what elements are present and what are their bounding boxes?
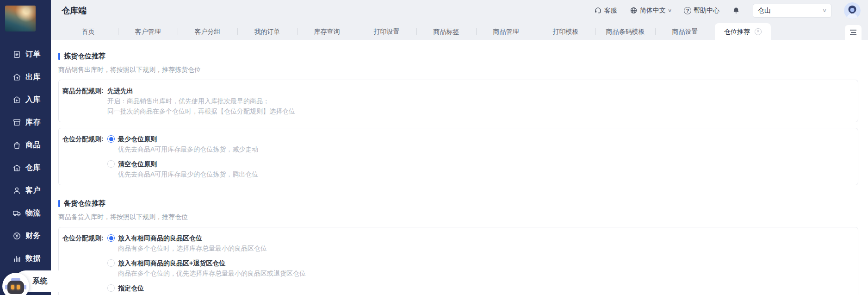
close-tab-icon[interactable]: × xyxy=(755,28,762,35)
section-accent-bar xyxy=(58,200,60,207)
tab-inventory-query[interactable]: 库存查询 xyxy=(297,23,357,40)
radio-empty-slot-principle[interactable] xyxy=(107,160,115,168)
sidebar-item-products[interactable]: 商品 xyxy=(0,134,51,157)
product-allocation-rule-card: 商品分配规则: 先进先出 开启：商品销售出库时，优先使用入库批次最早的商品； 同… xyxy=(58,80,858,122)
slot-allocation-rule-label: 仓位分配规则: xyxy=(62,134,107,144)
radio-min-slot-principle[interactable] xyxy=(107,135,115,143)
tab-product-settings[interactable]: 商品设置 xyxy=(655,23,715,40)
radio-same-product-good-zone[interactable] xyxy=(107,234,115,242)
warehouse-select[interactable]: 仓山 ∨ xyxy=(753,4,831,18)
help-icon: ? xyxy=(684,7,691,14)
chevron-down-icon: ∨ xyxy=(668,8,672,13)
stocking-section-subtitle: 商品备货入库时，将按照以下规则，推荐仓位 xyxy=(58,213,858,221)
robot-eye xyxy=(11,285,14,289)
headset-icon xyxy=(594,6,602,14)
robot-face-icon xyxy=(7,281,24,294)
product-allocation-rule-desc-2: 同一批次的商品在多个仓位时，再根据【仓位分配规则】选择仓位 xyxy=(107,106,295,116)
sidebar-item-logistics[interactable]: 物流 xyxy=(0,202,51,225)
option-good-plus-return-zone: 放入有相同商品的良品区+退货区仓位 商品在多个仓位的，优先选择库存总量最小的良品… xyxy=(107,258,306,278)
customer-icon xyxy=(12,186,21,195)
stocking-slot-rule-options: 放入有相同商品的良品区仓位 商品有多个仓位时，选择库存总量最小的良品区仓位 放入… xyxy=(107,233,306,293)
tab-product-management[interactable]: 商品管理 xyxy=(476,23,536,40)
sidebar-item-finance[interactable]: 财务 xyxy=(0,225,51,247)
sidebar-item-data[interactable]: 数据 xyxy=(0,247,51,270)
sidebar-item-label: 数据 xyxy=(25,254,41,264)
outbound-icon xyxy=(12,73,21,82)
sidebar: 订单 出库 入库 库存 商品 仓库 xyxy=(0,0,51,295)
radio-designated-slot[interactable] xyxy=(107,284,115,292)
picking-section-subtitle: 商品销售出库时，将按照以下规则，推荐拣货仓位 xyxy=(58,66,858,74)
sidebar-nav: 订单 出库 入库 库存 商品 仓库 xyxy=(0,43,51,293)
sidebar-item-inventory[interactable]: 库存 xyxy=(0,111,51,134)
avatar-illustration xyxy=(844,2,861,19)
sidebar-item-label: 订单 xyxy=(25,50,41,59)
option-label: 放入有相同商品的良品区仓位 xyxy=(118,233,202,243)
tab-product-labels[interactable]: 商品标签 xyxy=(416,23,476,40)
sidebar-item-outbound[interactable]: 出库 xyxy=(0,66,51,88)
tab-home[interactable]: 首页 xyxy=(58,23,118,40)
product-allocation-rule-desc-1: 开启：商品销售出库时，优先使用入库批次最早的商品； xyxy=(107,96,295,106)
product-allocation-rule-label: 商品分配规则: xyxy=(62,86,107,96)
product-allocation-rule-value: 先进先出 xyxy=(107,86,295,96)
option-min-slot-principle: 最少仓位原则 优先去商品A可用库存最多的仓位拣货，减少走动 xyxy=(107,134,258,154)
sidebar-item-orders[interactable]: 订单 xyxy=(0,43,51,66)
tab-product-barcode-templates[interactable]: 商品条码模板 xyxy=(595,23,655,40)
tab-bar: 首页 客户管理 客户分组 我的订单 库存查询 打印设置 商品标签 商品管理 打印… xyxy=(51,21,868,40)
finance-yen-icon xyxy=(12,232,21,240)
slot-allocation-rule-label: 仓位分配规则: xyxy=(62,233,107,243)
customer-service-label: 客服 xyxy=(604,6,617,15)
robot-eye xyxy=(17,285,20,289)
company-logo-image xyxy=(5,6,36,31)
sidebar-item-label: 出库 xyxy=(25,72,41,82)
option-empty-slot-principle: 清空仓位原则 优先去商品A可用库存最少的仓位拣货，腾出仓位 xyxy=(107,159,258,179)
warehouse-select-value: 仓山 xyxy=(758,6,771,15)
picking-title-text: 拣货仓位推荐 xyxy=(64,52,105,61)
stocking-title-text: 备货仓位推荐 xyxy=(64,199,105,208)
stocking-section-title: 备货仓位推荐 xyxy=(58,199,858,208)
user-avatar[interactable] xyxy=(844,2,861,19)
picking-section-title: 拣货仓位推荐 xyxy=(58,52,858,61)
top-header: 仓库端 客服 简体中文 ∨ ? 帮助中心 仓山 ∨ xyxy=(51,0,868,21)
option-label: 放入有相同商品的良品区+退货区仓位 xyxy=(118,258,225,268)
robot-ear xyxy=(24,285,26,289)
sidebar-item-customers[interactable]: 客户 xyxy=(0,179,51,202)
option-desc: 优先去商品A可用库存最少的仓位拣货，腾出仓位 xyxy=(118,169,258,179)
option-label: 指定仓位 xyxy=(118,283,144,293)
warehouse-app: 订单 出库 入库 库存 商品 仓库 xyxy=(0,0,868,295)
sidebar-item-label: 财务 xyxy=(25,231,41,241)
hamburger-icon xyxy=(850,30,856,35)
picking-slot-rule-options: 最少仓位原则 优先去商品A可用库存最多的仓位拣货，减少走动 清空仓位原则 优先去… xyxy=(107,134,258,179)
option-desc: 商品有多个仓位时，选择库存总量最小的良品区仓位 xyxy=(118,243,306,253)
inventory-icon xyxy=(12,118,21,127)
tab-print-settings[interactable]: 打印设置 xyxy=(357,23,416,40)
customer-service-button[interactable]: 客服 xyxy=(594,6,617,15)
logistics-truck-icon xyxy=(12,209,21,218)
sidebar-item-inbound[interactable]: 入库 xyxy=(0,88,51,111)
help-center-button[interactable]: ? 帮助中心 xyxy=(684,6,719,15)
language-select[interactable]: 简体中文 ∨ xyxy=(630,6,671,15)
tab-my-orders[interactable]: 我的订单 xyxy=(237,23,297,40)
radio-good-plus-return-zone[interactable] xyxy=(107,259,115,267)
stocking-slot-allocation-rule-card: 仓位分配规则: 放入有相同商品的良品区仓位 商品有多个仓位时，选择库存总量最小的… xyxy=(58,227,858,295)
tab-list-menu-button[interactable] xyxy=(845,25,862,40)
order-icon xyxy=(12,50,21,59)
tab-print-templates[interactable]: 打印模板 xyxy=(536,23,595,40)
page-title: 仓库端 xyxy=(62,5,87,16)
help-center-label: 帮助中心 xyxy=(694,6,719,15)
notifications-bell-icon[interactable] xyxy=(732,6,740,15)
inbound-icon xyxy=(12,95,21,104)
tab-customer-groups[interactable]: 客户分组 xyxy=(178,23,237,40)
option-label: 最少仓位原则 xyxy=(118,134,157,144)
option-label: 清空仓位原则 xyxy=(118,159,157,169)
option-designated-slot: 指定仓位 xyxy=(107,283,306,293)
option-desc: 商品在多个仓位的，优先选择库存总量最小的良品区或退货区仓位 xyxy=(118,268,306,278)
tab-slot-recommendation-active[interactable]: 仓位推荐 × xyxy=(715,23,771,40)
sidebar-item-label: 入库 xyxy=(25,95,41,105)
language-label: 简体中文 xyxy=(640,6,666,15)
tab-customer-management[interactable]: 客户管理 xyxy=(118,23,178,40)
section-accent-bar xyxy=(58,53,60,60)
product-bag-icon xyxy=(12,141,21,150)
sidebar-item-label: 物流 xyxy=(25,208,41,218)
sidebar-item-warehouse[interactable]: 仓库 xyxy=(0,157,51,179)
option-desc: 优先去商品A可用库存最多的仓位拣货，减少走动 xyxy=(118,144,258,154)
